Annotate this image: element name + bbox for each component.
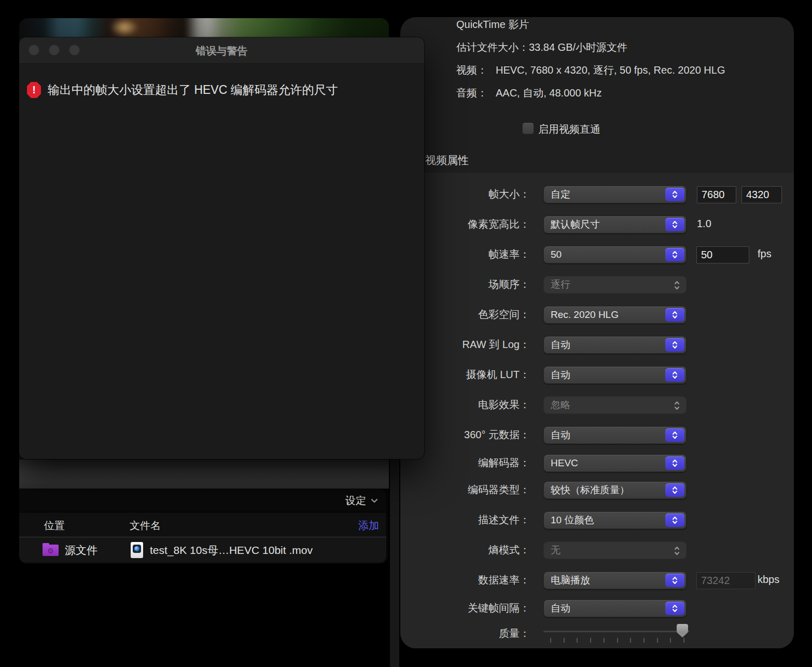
popup-value: HEVC [551,457,578,468]
frame-height-input[interactable] [741,186,782,203]
raw-to-log-popup[interactable]: 自动 [543,336,687,354]
video-preview-bottom [19,460,389,489]
stepper-arrows-icon [672,516,678,525]
metadata-360-popup[interactable]: 自动 [543,426,687,444]
add-button[interactable]: 添加 [358,519,379,533]
stepper-arrows-icon [674,399,680,412]
popup-stepper-disabled [674,279,680,294]
popup-stepper [665,218,684,231]
section-title-video-properties: 视频属性 [425,153,469,168]
frame-rate-input[interactable] [696,246,749,263]
slider-tick [657,638,658,643]
stepper-arrows-icon [672,340,678,350]
popup-stepper [665,513,684,527]
property-label: 数据速率： [400,573,530,587]
popup-value: 自动 [551,429,570,440]
field-order-popup: 逐行 [543,276,687,294]
dialog-titlebar: 错误与警告 [19,37,424,64]
movie-file-icon [131,542,143,558]
popup-stepper-disabled [674,399,680,414]
stepper-arrows-icon [674,279,680,291]
slider-tick [683,638,684,643]
quality-label: 质量： [400,627,530,641]
stepper-arrows-icon [672,576,678,585]
color-space-popup[interactable]: Rec. 2020 HLG [543,306,687,324]
video-summary: 视频：HEVC, 7680 x 4320, 逐行, 50 fps, Rec. 2… [456,63,725,77]
pixel-aspect-popup[interactable]: 默认帧尺寸 [543,216,687,233]
encoder-type-popup[interactable]: 较快（标准质量） [543,481,687,499]
slider-tick [604,638,605,643]
property-label: 描述文件： [400,513,530,527]
profile-popup[interactable]: 10 位颜色 [543,511,687,529]
passthrough-checkbox[interactable] [522,122,534,134]
popup-stepper [665,248,684,261]
slider-tick [670,638,671,643]
file-name: test_8K 10s母…HEVC 10bit .mov [150,543,313,558]
frame-width-input[interactable] [697,186,736,203]
value-note: 1.0 [697,218,711,230]
audio-summary-value: AAC, 自动, 48.000 kHz [496,87,602,99]
popup-value: 自动 [551,603,570,614]
slider-tick [550,638,551,643]
stepper-arrows-icon [672,430,678,440]
batch-panel: 设定 位置 文件名 添加 ⚙ 源文件 test_8K 10s母…HEVC 10b… [19,489,386,563]
popup-stepper [665,308,684,322]
chevron-down-icon [371,498,378,503]
quality-slider-track[interactable] [543,631,690,632]
estimated-file-size: 估计文件大小：33.84 GB/小时源文件 [456,40,627,54]
stepper-arrows-icon [672,458,678,468]
slider-tick [590,638,591,643]
popup-stepper [665,188,684,201]
column-location: 位置 [44,519,65,533]
codec-popup[interactable]: HEVC [543,454,687,472]
stepper-arrows-icon [672,310,678,319]
popup-value: 忽略 [551,399,570,410]
unit-label: fps [758,248,772,260]
frame-size-popup[interactable]: 自定 [543,186,687,203]
passthrough-checkbox-label: 启用视频直通 [538,122,600,136]
popup-stepper [665,602,684,615]
popup-value: Rec. 2020 HLG [551,309,619,320]
compressor-app: 设定 位置 文件名 添加 ⚙ 源文件 test_8K 10s母…HEVC 10b… [0,0,812,667]
settings-label: 设定 [345,494,366,508]
stepper-arrows-icon [672,370,678,380]
stepper-arrows-icon [672,250,678,259]
slider-tick [617,638,618,643]
popup-value: 电脑播放 [551,575,590,586]
file-table-header: 位置 文件名 添加 [19,512,386,537]
popup-stepper [665,428,684,442]
quality-slider-thumb[interactable] [677,624,688,637]
property-label: 熵模式： [400,543,530,557]
data-rate-input [696,572,755,589]
column-filename: 文件名 [130,519,161,533]
popup-value: 自动 [551,339,570,350]
popup-value: 默认帧尺寸 [551,219,600,230]
video-summary-value: HEVC, 7680 x 4320, 逐行, 50 fps, Rec. 2020… [496,64,725,76]
data-rate-popup[interactable]: 电脑播放 [543,572,687,589]
stepper-arrows-icon [672,190,678,199]
popup-value: 自定 [551,189,570,200]
property-label: 编码器类型： [400,483,530,497]
popup-value: 10 位颜色 [551,515,594,525]
video-preview-image [19,18,389,38]
stepper-arrows-icon [674,545,680,557]
popup-stepper [665,574,684,587]
property-label: 关键帧间隔： [400,601,530,615]
audio-summary-label: 音频： [456,86,496,100]
unit-label: kbps [758,574,779,586]
error-item: ! 输出中的帧大小设置超出了 HEVC 编解码器允许的尺寸 [27,82,338,98]
errors-warnings-dialog: 错误与警告 ! 输出中的帧大小设置超出了 HEVC 编解码器允许的尺寸 [19,37,424,459]
keyframe-interval-popup[interactable]: 自动 [543,600,687,617]
settings-disclosure-row[interactable]: 设定 [19,489,386,512]
stepper-arrows-icon [672,604,678,613]
error-message: 输出中的帧大小设置超出了 HEVC 编解码器允许的尺寸 [48,82,338,98]
popup-value: 无 [551,545,561,555]
popup-value: 逐行 [551,279,570,290]
slider-tick [630,638,631,643]
frame-rate-popup[interactable]: 50 [543,246,687,263]
camera-lut-popup[interactable]: 自动 [543,366,687,384]
popup-stepper [665,483,684,497]
table-row[interactable]: ⚙ 源文件 test_8K 10s母…HEVC 10bit .mov [19,537,386,562]
popup-stepper-disabled [674,545,680,559]
popup-value: 自动 [551,369,570,380]
